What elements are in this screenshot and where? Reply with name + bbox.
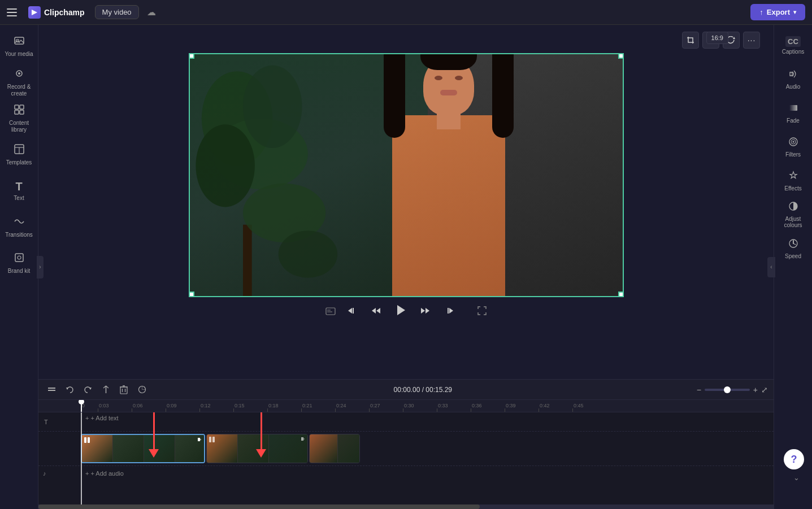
chevron-right-icon: › — [39, 264, 41, 270]
subtitle-toggle-button[interactable] — [325, 307, 336, 317]
scrollbar-thumb[interactable] — [38, 504, 480, 509]
svg-marker-27 — [348, 308, 352, 314]
fullscreen-button[interactable] — [477, 306, 487, 318]
video-preview-area: ··· — [38, 25, 774, 379]
video-clip-2[interactable] — [206, 434, 308, 463]
svg-rect-36 — [48, 388, 55, 389]
plants-area — [190, 54, 385, 296]
sidebar-item-transitions[interactable]: Transitions — [2, 210, 36, 244]
svg-marker-31 — [397, 305, 405, 315]
content-library-icon — [14, 104, 25, 118]
preview-top-bar: ··· — [47, 32, 765, 49]
video-clip-3[interactable] — [309, 434, 360, 463]
right-sidebar-item-adjust-colours[interactable]: Adjust colours — [776, 199, 810, 230]
resize-handle-br[interactable] — [618, 292, 624, 297]
auto-arrange-button[interactable] — [44, 382, 59, 397]
text-track-row: T + + Add text — [38, 412, 774, 432]
cloud-icon[interactable]: ☁ — [147, 7, 156, 18]
right-sidebar-label-fade: Fade — [787, 118, 800, 124]
right-sidebar-item-filters[interactable]: Filters — [776, 131, 810, 163]
text-track-content: + + Add text — [81, 412, 774, 431]
captions-icon: CC — [785, 36, 801, 47]
sidebar-expand-handle[interactable]: › — [37, 256, 44, 279]
right-sidebar-item-fade[interactable]: Fade — [776, 97, 810, 129]
crop-tool-button[interactable] — [682, 32, 699, 49]
svg-rect-37 — [48, 390, 55, 391]
question-mark-icon: ? — [791, 454, 797, 466]
menu-icon[interactable] — [7, 5, 23, 20]
aspect-ratio-area: 16:9 — [706, 32, 728, 44]
sidebar-item-content-library[interactable]: Content library — [2, 102, 36, 136]
forward-button[interactable] — [418, 303, 433, 321]
export-up-icon: ↑ — [759, 8, 763, 16]
sidebar-item-templates[interactable]: Templates — [2, 138, 36, 172]
more-tools-button[interactable]: ··· — [743, 32, 760, 49]
your-media-icon — [14, 35, 25, 49]
timeline-toolbar: 00:00.00 / 00:15.29 − + ⤢ — [38, 380, 774, 400]
right-sidebar-item-audio[interactable]: Audio — [776, 63, 810, 95]
audio-track-content: + + Add audio — [81, 468, 774, 479]
undo-button[interactable] — [62, 382, 77, 397]
add-audio-button[interactable]: + + Add audio — [81, 468, 774, 479]
video-clips-container — [81, 433, 774, 464]
timeline-expand-button[interactable]: ⤢ — [761, 385, 768, 394]
svg-rect-52 — [209, 437, 211, 442]
redo-button[interactable] — [80, 382, 95, 397]
help-button[interactable]: ? — [784, 449, 804, 469]
right-sidebar-item-effects[interactable]: Effects — [776, 165, 810, 197]
zoom-slider[interactable] — [705, 389, 750, 391]
svg-marker-32 — [425, 308, 429, 314]
svg-rect-8 — [20, 110, 24, 114]
sidebar-item-text[interactable]: T Text — [2, 174, 36, 208]
svg-point-19 — [196, 124, 254, 207]
ellipsis-icon: ··· — [748, 36, 756, 45]
svg-point-23 — [278, 230, 337, 278]
rewind-button[interactable] — [368, 303, 383, 321]
zoom-out-button[interactable]: − — [697, 385, 701, 394]
right-sidebar-item-speed[interactable]: Speed — [776, 233, 810, 264]
right-sidebar: ‹ CC Captions Audio Fade Filt — [774, 25, 812, 509]
skip-back-button[interactable] — [345, 303, 359, 321]
sidebar-item-record-create[interactable]: Record & create — [2, 66, 36, 99]
timeline-scrollbar[interactable] — [38, 504, 774, 509]
right-sidebar-collapse[interactable]: ‹ — [767, 257, 775, 277]
clip-3-frames — [310, 434, 359, 463]
skip-forward-button[interactable] — [442, 303, 457, 321]
sidebar-item-brand-kit[interactable]: Brand kit — [2, 246, 36, 280]
topbar: Clipchamp My video ☁ ↑ Export ▾ — [0, 0, 812, 25]
left-sidebar: Your media Record & create Content libra… — [0, 25, 38, 509]
main-area: Your media Record & create Content libra… — [0, 25, 812, 509]
right-sidebar-label-captions: Captions — [782, 49, 804, 55]
add-text-button[interactable]: + + Add text — [81, 412, 774, 424]
video-clip-1[interactable] — [81, 434, 205, 463]
sticker-button[interactable] — [134, 382, 149, 397]
clip-2-audio-icon — [299, 436, 306, 444]
aspect-ratio-button[interactable]: 16:9 — [706, 32, 728, 44]
sidebar-label-transitions: Transitions — [5, 232, 33, 238]
timeline-zoom-area: − + — [697, 385, 758, 394]
record-icon — [14, 68, 25, 82]
sidebar-item-your-media[interactable]: Your media — [2, 29, 36, 63]
delete-button[interactable] — [116, 382, 131, 397]
split-button[interactable] — [98, 382, 113, 397]
person-hair-right — [492, 54, 514, 138]
person-body — [392, 115, 505, 296]
resize-handle-tr[interactable] — [618, 53, 624, 59]
svg-rect-6 — [20, 105, 24, 109]
export-button[interactable]: ↑ Export ▾ — [750, 4, 805, 20]
zoom-thumb — [724, 386, 731, 393]
clip-1-pause-icon — [83, 436, 91, 446]
sidebar-label-templates: Templates — [6, 159, 32, 166]
audio-icon — [788, 69, 798, 82]
add-text-icon: + — [85, 415, 89, 421]
right-sidebar-label-speed: Speed — [785, 253, 801, 259]
project-name[interactable]: My video — [95, 5, 139, 19]
panel-expand-down[interactable]: ⌄ — [793, 473, 800, 482]
person-hair-top — [420, 54, 477, 70]
play-pause-button[interactable] — [392, 302, 409, 322]
right-sidebar-item-captions[interactable]: CC Captions — [776, 29, 810, 61]
zoom-in-button[interactable]: + — [753, 385, 758, 394]
svg-rect-12 — [15, 254, 23, 262]
chevron-down-icon: ⌄ — [793, 473, 800, 482]
sidebar-label-text: Text — [14, 195, 24, 202]
